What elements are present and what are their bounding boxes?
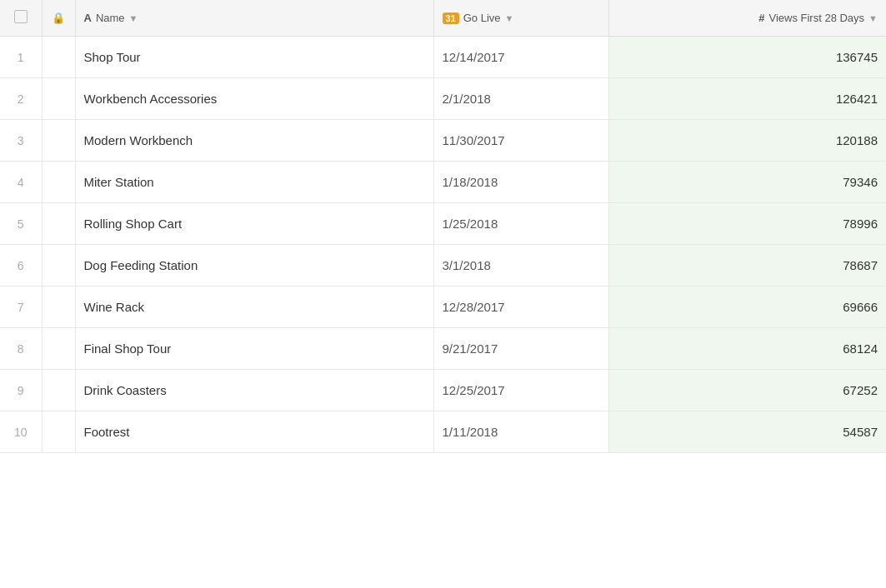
lock-icon: 🔒 bbox=[52, 12, 65, 24]
views-column-header[interactable]: # Views First 28 Days ▼ bbox=[608, 0, 886, 37]
table-row: 3 Modern Workbench 11/30/2017 120188 bbox=[0, 120, 886, 162]
table-row: 5 Rolling Shop Cart 1/25/2018 78996 bbox=[0, 203, 886, 245]
row-views: 78687 bbox=[608, 245, 886, 287]
checkbox-column-header[interactable] bbox=[0, 0, 42, 37]
row-lock-cell bbox=[42, 245, 75, 287]
golive-col-type-icon: 31 bbox=[443, 12, 459, 24]
table-body: 1 Shop Tour 12/14/2017 136745 2 Workbenc… bbox=[0, 37, 886, 453]
row-lock-cell bbox=[42, 162, 75, 203]
golive-col-label: Go Live bbox=[463, 12, 501, 24]
golive-col-sort-icon[interactable]: ▼ bbox=[505, 13, 514, 23]
name-col-type-icon: A bbox=[84, 12, 92, 24]
row-golive: 12/25/2017 bbox=[433, 370, 608, 411]
row-number: 7 bbox=[0, 287, 42, 328]
table-row: 10 Footrest 1/11/2018 54587 bbox=[0, 411, 886, 453]
name-col-label: Name bbox=[96, 12, 125, 24]
row-lock-cell bbox=[42, 287, 75, 328]
row-lock-cell bbox=[42, 78, 75, 120]
row-views: 136745 bbox=[608, 37, 886, 78]
row-lock-cell bbox=[42, 370, 75, 411]
row-views: 78996 bbox=[608, 203, 886, 245]
row-lock-cell bbox=[42, 120, 75, 162]
row-name: Shop Tour bbox=[75, 37, 433, 78]
row-name: Modern Workbench bbox=[75, 120, 433, 162]
row-lock-cell bbox=[42, 203, 75, 245]
main-table: 🔒 A Name ▼ 31 Go Live ▼ # Views bbox=[0, 0, 886, 453]
row-golive: 1/11/2018 bbox=[433, 411, 608, 453]
row-golive: 12/14/2017 bbox=[433, 37, 608, 78]
views-col-sort-icon[interactable]: ▼ bbox=[868, 13, 878, 23]
row-lock-cell bbox=[42, 411, 75, 453]
row-name: Wine Rack bbox=[75, 287, 433, 328]
row-name: Miter Station bbox=[75, 162, 433, 203]
row-number: 6 bbox=[0, 245, 42, 287]
row-golive: 2/1/2018 bbox=[433, 78, 608, 120]
row-lock-cell bbox=[42, 37, 75, 78]
row-number: 2 bbox=[0, 78, 42, 120]
row-name: Footrest bbox=[75, 411, 433, 453]
views-col-label: Views First 28 Days bbox=[768, 12, 864, 24]
row-number: 1 bbox=[0, 37, 42, 78]
table-row: 8 Final Shop Tour 9/21/2017 68124 bbox=[0, 328, 886, 370]
row-views: 68124 bbox=[608, 328, 886, 370]
row-number: 8 bbox=[0, 328, 42, 370]
row-number: 4 bbox=[0, 162, 42, 203]
row-golive: 9/21/2017 bbox=[433, 328, 608, 370]
row-name: Final Shop Tour bbox=[75, 328, 433, 370]
row-name: Drink Coasters bbox=[75, 370, 433, 411]
row-golive: 1/18/2018 bbox=[433, 162, 608, 203]
table-row: 6 Dog Feeding Station 3/1/2018 78687 bbox=[0, 245, 886, 287]
row-number: 3 bbox=[0, 120, 42, 162]
row-golive: 1/25/2018 bbox=[433, 203, 608, 245]
row-golive: 3/1/2018 bbox=[433, 245, 608, 287]
row-name: Rolling Shop Cart bbox=[75, 203, 433, 245]
row-views: 69666 bbox=[608, 287, 886, 328]
row-number: 10 bbox=[0, 411, 42, 453]
select-all-checkbox[interactable] bbox=[14, 10, 28, 23]
row-name: Dog Feeding Station bbox=[75, 245, 433, 287]
row-lock-cell bbox=[42, 328, 75, 370]
row-views: 54587 bbox=[608, 411, 886, 453]
row-name: Workbench Accessories bbox=[75, 78, 433, 120]
row-views: 126421 bbox=[608, 78, 886, 120]
row-golive: 12/28/2017 bbox=[433, 287, 608, 328]
row-views: 67252 bbox=[608, 370, 886, 411]
table-row: 4 Miter Station 1/18/2018 79346 bbox=[0, 162, 886, 203]
table-header: 🔒 A Name ▼ 31 Go Live ▼ # Views bbox=[0, 0, 886, 37]
golive-column-header[interactable]: 31 Go Live ▼ bbox=[433, 0, 608, 37]
name-col-sort-icon[interactable]: ▼ bbox=[129, 13, 138, 23]
row-number: 9 bbox=[0, 370, 42, 411]
views-col-type-icon: # bbox=[758, 12, 764, 24]
table-row: 1 Shop Tour 12/14/2017 136745 bbox=[0, 37, 886, 78]
table-row: 9 Drink Coasters 12/25/2017 67252 bbox=[0, 370, 886, 411]
row-golive: 11/30/2017 bbox=[433, 120, 608, 162]
table-row: 2 Workbench Accessories 2/1/2018 126421 bbox=[0, 78, 886, 120]
table-row: 7 Wine Rack 12/28/2017 69666 bbox=[0, 287, 886, 328]
name-column-header[interactable]: A Name ▼ bbox=[75, 0, 433, 37]
row-views: 79346 bbox=[608, 162, 886, 203]
lock-column-header: 🔒 bbox=[42, 0, 75, 37]
row-views: 120188 bbox=[608, 120, 886, 162]
row-number: 5 bbox=[0, 203, 42, 245]
